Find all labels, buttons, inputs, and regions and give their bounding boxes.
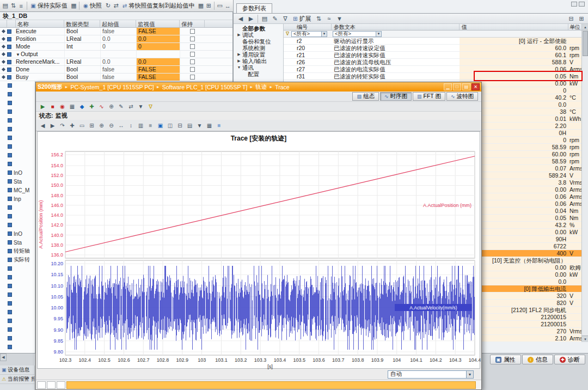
tree-item[interactable]: InO	[0, 168, 35, 177]
tab-timing-diagram[interactable]: ∿时序图	[380, 92, 412, 101]
collapse-icon[interactable]: ⊟	[175, 121, 185, 130]
pan-icon[interactable]: ✚	[68, 121, 77, 130]
tree-item[interactable]	[0, 299, 35, 308]
tree-item[interactable]: Sta	[0, 177, 35, 186]
variable-name[interactable]: Busy	[16, 74, 64, 81]
table-row[interactable]: PositionLReal0.00.0	[0, 35, 232, 43]
start-value-column-header[interactable]: 起始值	[100, 20, 136, 27]
tree-item[interactable]: Sta	[0, 238, 35, 247]
edit-icon[interactable]: ✎	[117, 102, 126, 111]
retain-checkbox[interactable]	[190, 36, 195, 41]
list-icon[interactable]: ≡	[17, 1, 25, 11]
properties-tab[interactable]: ▣属性	[490, 355, 521, 364]
table-view-icon[interactable]: ▦	[68, 102, 77, 111]
monitor-value-cell[interactable]: FALSE	[136, 66, 180, 73]
fit-width-icon[interactable]: ↔	[117, 121, 126, 130]
tree-item[interactable]	[0, 282, 35, 290]
data-type-cell[interactable]	[64, 51, 100, 58]
stop-trace-icon[interactable]: ■	[48, 102, 57, 111]
retain-checkbox[interactable]	[190, 67, 195, 72]
data-type-cell[interactable]: LReal	[64, 35, 100, 42]
info-tab[interactable]: i信息	[522, 355, 553, 364]
monitor-all-icon[interactable]: ▦	[70, 1, 78, 11]
snap-icon[interactable]: ▣	[156, 121, 165, 130]
param-nav-item[interactable]: ▼通讯	[234, 64, 283, 71]
start-value-cell[interactable]: false	[100, 74, 136, 81]
signal-cell[interactable]	[47, 381, 56, 389]
tree-item[interactable]	[0, 316, 35, 325]
param-nav-item[interactable]: ▶输入/输出	[234, 58, 283, 64]
start-value-cell[interactable]: false	[100, 28, 136, 35]
monitor-value-cell[interactable]: 0.0	[136, 35, 180, 42]
filter-icon[interactable]: ∇	[146, 102, 155, 111]
tree-item[interactable]	[0, 142, 35, 151]
parameter-value-cell[interactable]: 60.1	[460, 52, 568, 58]
retain-checkbox[interactable]	[190, 29, 195, 34]
add-trace-icon[interactable]: ✚	[87, 102, 96, 111]
parameter-row[interactable]: r21已滤波的转速实际值60.1rpm	[284, 52, 582, 59]
restore-button[interactable]: □	[453, 83, 461, 90]
tree-item[interactable]: InO	[0, 229, 35, 238]
extended-view-button[interactable]: ⊞扩展	[291, 14, 313, 23]
frame-icon[interactable]: ▭	[216, 1, 224, 11]
tree-item[interactable]	[0, 325, 35, 334]
parameter-list-tab[interactable]: 参数列表	[236, 3, 272, 13]
fit-height-icon[interactable]: ↕	[126, 121, 136, 130]
text-filter-dropdown[interactable]: <所有>▼	[333, 31, 382, 37]
parameter-row[interactable]: r26已滤波的直流母线电压588.8V	[284, 59, 582, 66]
tree-item[interactable]	[0, 264, 35, 273]
zoom-in-icon[interactable]: ⊕	[107, 102, 116, 111]
snapshot-button[interactable]: ◉快照	[81, 1, 104, 11]
parameter-value-cell[interactable]: 60.0	[460, 45, 568, 51]
breadcrumb-item[interactable]: 轨迹	[255, 83, 267, 91]
scroll-up-icon[interactable]: ▲	[582, 24, 588, 31]
start-value-cell[interactable]: 0.0	[100, 35, 136, 42]
expand-arrow-icon[interactable]: ▼	[16, 52, 20, 57]
tree-item[interactable]: 实际转	[0, 255, 35, 264]
back-icon[interactable]: ◀	[236, 14, 246, 23]
back-icon[interactable]: ◀	[38, 121, 47, 130]
monitor-value-cell[interactable]: FALSE	[136, 74, 180, 81]
dropdown-icon[interactable]: ▼	[136, 102, 145, 111]
table-row[interactable]: BusyBoolfalseFALSE	[0, 74, 232, 81]
breadcrumb-item[interactable]: PC-System_1 [CPU 1515SP PC]	[70, 84, 154, 90]
swap-icon[interactable]: ⇄	[126, 102, 136, 111]
layout-icon[interactable]: ▤	[185, 121, 194, 130]
trace-chart[interactable]: 102.3102.4102.5102.6102.7102.8102.910310…	[38, 143, 481, 369]
zoom-area-icon[interactable]: ⊞	[87, 121, 96, 130]
table-row[interactable]: ExecuteBoolfalseFALSE	[0, 28, 232, 35]
number-filter-dropdown[interactable]: <所有>▼	[291, 31, 327, 37]
start-value-cell[interactable]: 0	[100, 43, 136, 50]
transfer-icon[interactable]: ⇄	[112, 1, 120, 11]
selected-signal-row[interactable]	[66, 381, 476, 389]
wave-icon[interactable]: ≈	[324, 14, 334, 23]
filter-funnel-icon[interactable]: ∇	[284, 31, 291, 36]
parameter-row[interactable]: r2驱动的运行显示[0] 运行 - 全部使能	[284, 38, 582, 45]
variable-name[interactable]: Mode	[16, 43, 64, 50]
zoom-out-icon[interactable]: ⊖	[107, 121, 116, 130]
scroll-down-icon[interactable]: ▼	[582, 336, 588, 342]
parameter-row[interactable]: r20已滤波的转速设定值60.0rpm	[284, 45, 582, 52]
dock-button[interactable]: ▤	[462, 83, 470, 90]
tab-bode-diagram[interactable]: ∿波特图	[446, 92, 478, 101]
tree-item[interactable]	[0, 290, 35, 299]
time-scale-dropdown[interactable]: 自动 ▼	[388, 370, 474, 379]
data-type-cell[interactable]: Int	[64, 43, 100, 50]
parameter-value-cell[interactable]: 0.06	[460, 66, 568, 72]
tree-item[interactable]	[0, 308, 35, 316]
dropdown-icon[interactable]: ▼	[334, 14, 344, 23]
close-button[interactable]: ✕	[471, 83, 480, 90]
grid-icon[interactable]: ▥	[136, 121, 145, 130]
variable-name[interactable]: ▼Output	[16, 51, 64, 58]
minimize-button[interactable]: ▁	[444, 83, 452, 90]
tree-item[interactable]	[0, 212, 35, 221]
float-pane-icon[interactable]	[579, 2, 585, 7]
param-nav-item[interactable]: ▶调试	[234, 32, 283, 38]
tree-item[interactable]	[0, 273, 35, 282]
scrollbar-thumb[interactable]	[583, 31, 588, 56]
param-nav-item[interactable]: 系统检测	[234, 45, 283, 51]
grid-icon[interactable]: ▦	[197, 1, 205, 11]
start-value-cell[interactable]: 0.0	[100, 58, 136, 65]
tree-item[interactable]	[0, 334, 35, 343]
trace-titlebar[interactable]: S200指形►PC-System_1 [CPU 1515SP PC]►Softw…	[36, 82, 481, 92]
